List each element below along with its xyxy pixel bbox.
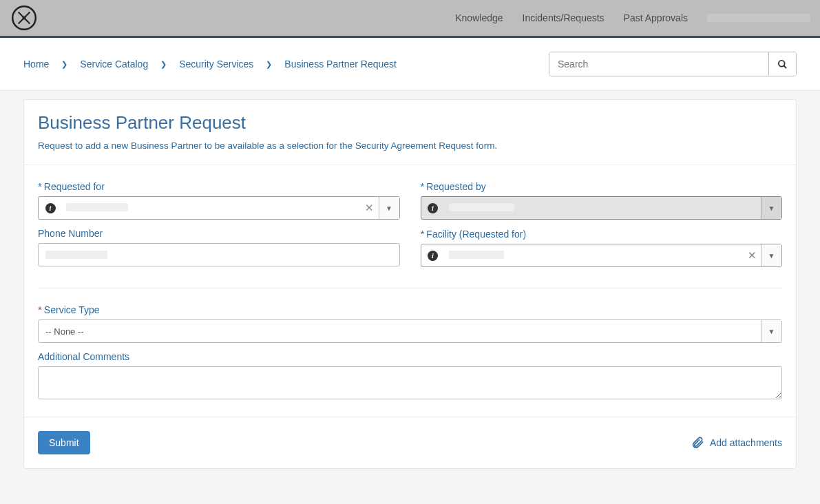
requested-by-input: i ▼	[421, 196, 783, 220]
breadcrumb-home[interactable]: Home	[23, 59, 49, 70]
redacted-value	[66, 203, 128, 211]
field-comments: Additional Comments	[38, 351, 782, 401]
card-header: Business Partner Request Request to add …	[24, 100, 796, 165]
submit-button[interactable]: Submit	[38, 431, 90, 454]
comments-input[interactable]	[38, 366, 782, 399]
nav-extra-placeholder	[707, 14, 810, 22]
nav-knowledge[interactable]: Knowledge	[455, 12, 503, 23]
chevron-down-icon[interactable]: ▼	[761, 244, 781, 266]
requested-for-input[interactable]: i ✕ ▼	[38, 196, 400, 220]
form-card: Business Partner Request Request to add …	[23, 99, 797, 469]
logo-seal-icon	[10, 3, 39, 32]
field-service-type: Service Type -- None -- ▼	[38, 304, 782, 343]
requested-by-label: Requested by	[421, 180, 783, 192]
breadcrumb-current[interactable]: Business Partner Request	[284, 59, 397, 70]
card-body: Requested for i ✕ ▼ Phone Number	[24, 165, 796, 417]
phone-input[interactable]	[38, 243, 400, 266]
breadcrumb-catalog[interactable]: Service Catalog	[80, 59, 148, 70]
facility-input[interactable]: i ✕ ▼	[421, 244, 783, 267]
comments-label: Additional Comments	[38, 351, 782, 362]
redacted-value	[449, 203, 514, 211]
redacted-value	[45, 251, 107, 259]
svg-point-2	[779, 60, 785, 66]
chevron-down-icon[interactable]: ▼	[761, 320, 781, 342]
chevron-right-icon: ❯	[266, 60, 272, 69]
breadcrumb: Home ❯ Service Catalog ❯ Security Servic…	[23, 59, 397, 70]
org-logo	[10, 3, 39, 32]
section-divider	[38, 288, 782, 288]
page-subtitle: Request to add a new Business Partner to…	[38, 140, 782, 151]
chevron-down-icon: ▼	[761, 197, 781, 219]
page-title: Business Partner Request	[38, 112, 782, 134]
info-icon[interactable]: i	[39, 197, 62, 219]
phone-label: Phone Number	[38, 228, 400, 239]
sub-header: Home ❯ Service Catalog ❯ Security Servic…	[0, 38, 820, 91]
clear-icon[interactable]: ✕	[743, 244, 761, 266]
info-icon[interactable]: i	[421, 244, 445, 266]
svg-point-1	[22, 16, 25, 19]
field-requested-by: Requested by i ▼	[421, 180, 783, 220]
add-attachments-link[interactable]: Add attachments	[691, 436, 782, 450]
nav-approvals[interactable]: Past Approvals	[624, 12, 688, 23]
service-type-label: Service Type	[38, 304, 782, 315]
top-bar: Knowledge Incidents/Requests Past Approv…	[0, 0, 820, 38]
requested-for-label: Requested for	[38, 180, 400, 192]
search-input[interactable]	[549, 52, 768, 76]
chevron-down-icon[interactable]: ▼	[379, 197, 399, 219]
add-attachments-label: Add attachments	[710, 437, 782, 448]
clear-icon[interactable]: ✕	[361, 197, 379, 219]
content-area: Business Partner Request Request to add …	[0, 91, 820, 490]
field-facility: Facility (Requested for) i ✕ ▼	[421, 228, 783, 267]
info-icon[interactable]: i	[421, 197, 445, 219]
search-container	[549, 52, 797, 76]
chevron-right-icon: ❯	[61, 60, 67, 69]
search-button[interactable]	[768, 52, 796, 76]
search-icon	[777, 59, 788, 70]
chevron-right-icon: ❯	[160, 60, 167, 69]
svg-line-3	[784, 65, 786, 68]
card-footer: Submit Add attachments	[24, 417, 796, 468]
nav-incidents[interactable]: Incidents/Requests	[523, 12, 605, 23]
field-phone: Phone Number	[38, 228, 400, 266]
service-type-select[interactable]: -- None -- ▼	[38, 319, 782, 343]
field-requested-for: Requested for i ✕ ▼	[38, 180, 400, 220]
facility-label: Facility (Requested for)	[421, 228, 783, 240]
breadcrumb-security[interactable]: Security Services	[179, 59, 253, 70]
redacted-value	[449, 251, 504, 259]
top-nav: Knowledge Incidents/Requests Past Approv…	[455, 12, 810, 23]
service-type-value: -- None --	[39, 326, 761, 337]
paperclip-icon	[691, 436, 704, 450]
